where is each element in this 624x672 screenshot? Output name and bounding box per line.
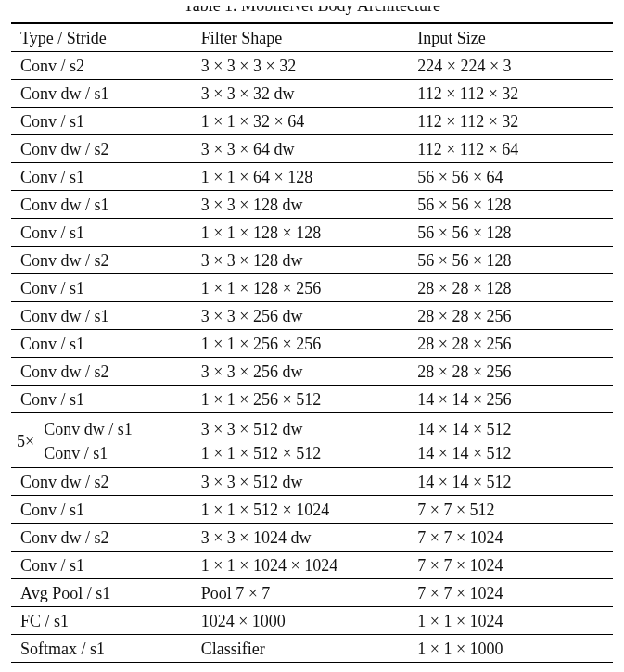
cell-type-5x: 5× Conv dw / s1 Conv / s1 [11, 413, 192, 468]
cell-filter: Classifier [192, 635, 409, 663]
cell-filter: 1 × 1 × 128 × 256 [192, 274, 409, 302]
cell-type: Conv dw / s2 [11, 135, 192, 163]
cell-input: 56 × 56 × 128 [408, 219, 613, 247]
cell-input: 28 × 28 × 256 [408, 302, 613, 330]
cell-input: 28 × 28 × 256 [408, 358, 613, 386]
table-row: Conv / s1 1 × 1 × 32 × 64 112 × 112 × 32 [11, 108, 613, 135]
cell-input: 56 × 56 × 128 [408, 191, 613, 219]
col-header-input: Input Size [408, 23, 613, 52]
table-row: Conv / s2 3 × 3 × 3 × 32 224 × 224 × 3 [11, 52, 613, 80]
cell-type: Conv / s2 [11, 52, 192, 80]
table-caption-text: Table 1. MobileNet Body Architecture [184, 6, 440, 15]
cell-filter: 3 × 3 × 128 dw [192, 191, 409, 219]
multiplier-label: 5× [17, 432, 38, 451]
cell-input: 224 × 224 × 3 [408, 52, 613, 80]
cell-input: 14 × 14 × 256 [408, 386, 613, 413]
cell-type: Conv / s1 [11, 552, 192, 579]
cell-filter-5x: 3 × 3 × 512 dw 1 × 1 × 512 × 512 [192, 413, 409, 468]
cell-input-5x: 14 × 14 × 512 14 × 14 × 512 [408, 413, 613, 468]
table-row: Conv dw / s2 3 × 3 × 1024 dw 7 × 7 × 102… [11, 524, 613, 552]
col-header-filter: Filter Shape [192, 23, 409, 52]
cell-input: 112 × 112 × 32 [408, 108, 613, 135]
table-row: Conv dw / s1 3 × 3 × 32 dw 112 × 112 × 3… [11, 80, 613, 108]
cell-input: 7 × 7 × 1024 [408, 524, 613, 552]
cell-filter: 3 × 3 × 1024 dw [192, 524, 409, 552]
cell-type: Conv dw / s1 [11, 302, 192, 330]
architecture-table: Type / Stride Filter Shape Input Size Co… [11, 22, 613, 663]
cell-input: 7 × 7 × 1024 [408, 552, 613, 579]
table-row: Conv / s1 1 × 1 × 256 × 256 28 × 28 × 25… [11, 330, 613, 358]
cell-type: Conv / s1 [11, 496, 192, 524]
cell-filter: 1 × 1 × 128 × 128 [192, 219, 409, 247]
table-caption: Table 1. MobileNet Body Architecture [11, 6, 613, 19]
cell-type: Conv / s1 [11, 108, 192, 135]
table-row: Conv dw / s2 3 × 3 × 64 dw 112 × 112 × 6… [11, 135, 613, 163]
cell-filter: 1 × 1 × 256 × 256 [192, 330, 409, 358]
col-header-type: Type / Stride [11, 23, 192, 52]
cell-type: Conv dw / s2 [11, 247, 192, 274]
cell-type: Conv / s1 [11, 219, 192, 247]
cell-type: Softmax / s1 [11, 635, 192, 663]
cell-type: Conv dw / s1 [11, 80, 192, 108]
cell-filter: 3 × 3 × 3 × 32 [192, 52, 409, 80]
cell-type: Conv / s1 [44, 441, 133, 465]
cell-type: Conv / s1 [11, 274, 192, 302]
cell-filter: 3 × 3 × 128 dw [192, 247, 409, 274]
cell-filter: Pool 7 × 7 [192, 579, 409, 607]
table-row: Conv / s1 1 × 1 × 512 × 1024 7 × 7 × 512 [11, 496, 613, 524]
cell-filter: 1 × 1 × 512 × 512 [201, 441, 400, 465]
table-row: Conv dw / s1 3 × 3 × 256 dw 28 × 28 × 25… [11, 302, 613, 330]
cell-input: 28 × 28 × 256 [408, 330, 613, 358]
table-row: Conv dw / s2 3 × 3 × 256 dw 28 × 28 × 25… [11, 358, 613, 386]
cell-filter: 1 × 1 × 32 × 64 [192, 108, 409, 135]
cell-type: Avg Pool / s1 [11, 579, 192, 607]
cell-filter: 1 × 1 × 256 × 512 [192, 386, 409, 413]
table-row: Conv / s1 1 × 1 × 64 × 128 56 × 56 × 64 [11, 163, 613, 191]
cell-type: Conv / s1 [11, 386, 192, 413]
cell-input: 1 × 1 × 1024 [408, 607, 613, 635]
cell-filter: 1 × 1 × 512 × 1024 [192, 496, 409, 524]
cell-input: 14 × 14 × 512 [408, 468, 613, 496]
cell-type: Conv / s1 [11, 330, 192, 358]
cell-filter: 3 × 3 × 512 dw [201, 417, 400, 441]
cell-type: Conv dw / s2 [11, 358, 192, 386]
cell-input: 14 × 14 × 512 [417, 441, 604, 465]
table-row: Conv dw / s1 3 × 3 × 128 dw 56 × 56 × 12… [11, 191, 613, 219]
cell-input: 7 × 7 × 1024 [408, 579, 613, 607]
cell-filter: 3 × 3 × 256 dw [192, 302, 409, 330]
table-row: Conv / s1 1 × 1 × 128 × 256 28 × 28 × 12… [11, 274, 613, 302]
cell-filter: 3 × 3 × 32 dw [192, 80, 409, 108]
cell-input: 7 × 7 × 512 [408, 496, 613, 524]
cell-type: FC / s1 [11, 607, 192, 635]
cell-filter: 1024 × 1000 [192, 607, 409, 635]
cell-filter: 3 × 3 × 512 dw [192, 468, 409, 496]
table-row: Avg Pool / s1 Pool 7 × 7 7 × 7 × 1024 [11, 579, 613, 607]
cell-filter: 3 × 3 × 64 dw [192, 135, 409, 163]
cell-type: Conv dw / s2 [11, 468, 192, 496]
table-row-5x: 5× Conv dw / s1 Conv / s1 3 × 3 × 512 dw… [11, 413, 613, 468]
table-row: Conv / s1 1 × 1 × 256 × 512 14 × 14 × 25… [11, 386, 613, 413]
cell-type: Conv / s1 [11, 163, 192, 191]
cell-input: 1 × 1 × 1000 [408, 635, 613, 663]
table-row: Conv / s1 1 × 1 × 128 × 128 56 × 56 × 12… [11, 219, 613, 247]
table-row: Softmax / s1 Classifier 1 × 1 × 1000 [11, 635, 613, 663]
cell-filter: 3 × 3 × 256 dw [192, 358, 409, 386]
table-row: FC / s1 1024 × 1000 1 × 1 × 1024 [11, 607, 613, 635]
cell-type: Conv dw / s1 [44, 417, 133, 441]
cell-type: Conv dw / s2 [11, 524, 192, 552]
cell-input: 112 × 112 × 32 [408, 80, 613, 108]
cell-input: 56 × 56 × 128 [408, 247, 613, 274]
cell-input: 56 × 56 × 64 [408, 163, 613, 191]
cell-filter: 1 × 1 × 64 × 128 [192, 163, 409, 191]
cell-input: 28 × 28 × 128 [408, 274, 613, 302]
cell-type: Conv dw / s1 [11, 191, 192, 219]
table-row: Conv / s1 1 × 1 × 1024 × 1024 7 × 7 × 10… [11, 552, 613, 579]
cell-input: 14 × 14 × 512 [417, 417, 604, 441]
table-header-row: Type / Stride Filter Shape Input Size [11, 23, 613, 52]
table-row: Conv dw / s2 3 × 3 × 128 dw 56 × 56 × 12… [11, 247, 613, 274]
table-row: Conv dw / s2 3 × 3 × 512 dw 14 × 14 × 51… [11, 468, 613, 496]
cell-input: 112 × 112 × 64 [408, 135, 613, 163]
cell-filter: 1 × 1 × 1024 × 1024 [192, 552, 409, 579]
